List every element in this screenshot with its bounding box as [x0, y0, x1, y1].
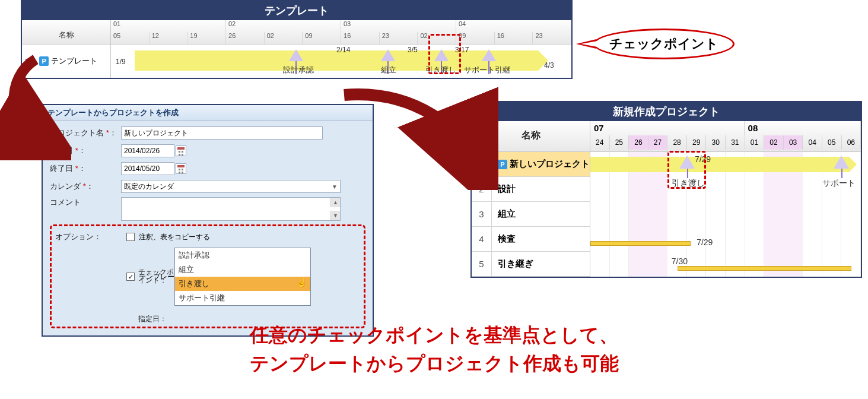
template-header: 名称 01 02 03 04 05 12 19 26 02 09 16 23 0…: [22, 20, 571, 45]
week-cell: 23: [533, 32, 571, 44]
milestone-line: [841, 169, 842, 178]
milestone-icon[interactable]: [834, 156, 849, 169]
row-number: 4: [472, 227, 492, 251]
template-gantt-chart: 1/9 2/14 設計承認 3/5 組立 3/17 引き渡し サポート引継 4/…: [111, 45, 571, 78]
dropdown-item[interactable]: 設計承認: [175, 248, 310, 262]
checkpoint-callout: チェックポイント: [593, 28, 735, 59]
gantt-bar[interactable]: [590, 157, 849, 172]
scroll-up-icon[interactable]: ▲: [330, 198, 340, 207]
start-date-label: 開始日 *：: [50, 145, 121, 156]
task-bar[interactable]: [678, 266, 851, 271]
project-name-label: プロジェクト名 *：: [50, 128, 121, 138]
scroll-down-icon[interactable]: ▼: [330, 211, 340, 220]
milestone-label: サポート: [822, 178, 856, 189]
task-date: 7/30: [672, 256, 688, 266]
checkpoint-dropdown[interactable]: 設計承認 組立 引き渡し ☝ サポート引継: [174, 248, 311, 306]
calendar-select[interactable]: 既定のカレンダ ▼: [121, 180, 341, 193]
row-number: 2: [472, 177, 492, 201]
calendar-icon[interactable]: [176, 145, 186, 156]
checkpoint-highlight-box: [667, 151, 706, 189]
row-number: 1: [24, 57, 28, 66]
checkbox-unchecked-icon[interactable]: [126, 233, 135, 241]
day-cell: 31: [726, 135, 745, 150]
week-cell: 02: [265, 32, 303, 44]
week-cell: 12: [150, 32, 188, 44]
day-cell: 28: [667, 135, 687, 150]
row-number: 3: [472, 202, 492, 226]
row-number: 5: [472, 252, 492, 276]
caption-line: テンプレートからプロジェクト作成も可能: [0, 349, 868, 378]
milestone-icon[interactable]: [381, 49, 395, 61]
template-row[interactable]: 1 ▼ P テンプレート: [22, 45, 111, 78]
project-name: 新しいプロジェクト: [510, 159, 590, 170]
task-date: 7/29: [697, 238, 713, 247]
calendar-icon[interactable]: [176, 163, 186, 174]
month-cell: 02: [226, 20, 341, 32]
end-date-input[interactable]: [121, 162, 174, 175]
project-icon: P: [498, 160, 507, 169]
start-date-label: 1/9: [116, 58, 126, 66]
end-date-label: 4/3: [544, 61, 554, 69]
project-name-input[interactable]: [121, 126, 323, 140]
task-bar[interactable]: [590, 241, 691, 246]
week-cell: 16: [495, 32, 533, 44]
template-panel-title: テンプレート: [22, 1, 571, 20]
callout-text: チェックポイント: [609, 36, 718, 51]
copy-annotations-checkbox-row[interactable]: 注釈、表をコピーする: [126, 232, 210, 242]
milestone-date: 2/14: [336, 46, 350, 54]
end-date-label: 終了日 *：: [50, 163, 121, 174]
start-date-input[interactable]: [121, 144, 174, 157]
task-name: 組立: [492, 208, 590, 220]
template-timeline-header: 01 02 03 04 05 12 19 26 02 09 16 23 02 0…: [111, 20, 571, 44]
expand-icon[interactable]: ▼: [31, 58, 37, 65]
task-name: 検査: [492, 233, 590, 245]
milestone-label: 組立: [381, 65, 396, 75]
day-cell: 26: [629, 135, 648, 150]
options-label: オプション：: [55, 232, 126, 242]
project-icon: P: [39, 56, 49, 66]
day-cell: 02: [764, 135, 784, 150]
milestone-icon[interactable]: [289, 49, 303, 61]
task-row[interactable]: 5引き継ぎ: [472, 252, 590, 277]
milestone-label: 設計承認: [283, 65, 314, 75]
day-cell: 03: [784, 135, 803, 150]
template-name-column-header: 名称: [22, 20, 111, 44]
dropdown-item[interactable]: 組立: [175, 262, 310, 277]
task-name: 引き継ぎ: [492, 258, 590, 270]
task-row[interactable]: 4検査: [472, 227, 590, 252]
checkpoint-highlight-box: [428, 34, 461, 74]
milestone-icon[interactable]: [482, 49, 496, 61]
task-row[interactable]: 3組立: [472, 202, 590, 227]
day-cell: 30: [706, 135, 726, 150]
day-cell: 27: [648, 135, 668, 150]
caption-text: 任意のチェックポイントを基準点として、 テンプレートからプロジェクト作成も可能: [0, 321, 868, 378]
project-row[interactable]: P 新しいプロジェクト: [472, 152, 590, 177]
dropdown-item-selected[interactable]: 引き渡し ☝: [175, 277, 310, 291]
day-cell: 05: [822, 135, 842, 150]
day-cell: 01: [745, 135, 765, 150]
row-label: テンプレート: [51, 56, 97, 66]
month-cell: 04: [456, 20, 571, 32]
month-cell: 01: [111, 20, 226, 32]
new-project-gantt-chart: 7/29引き渡しサポート7/297/30: [590, 152, 861, 277]
week-cell: 09: [303, 32, 341, 44]
month-cell: 08: [745, 121, 861, 135]
calendar-label: カレンダ *：: [50, 181, 121, 192]
task-row[interactable]: 2設計: [472, 177, 590, 202]
options-highlight-box: オプション： 注釈、表をコピーする ✓ テンプレー 設計承認 組立 引き渡し: [50, 224, 365, 328]
month-cell: 03: [341, 20, 456, 32]
caption-line: 任意のチェックポイントを基準点として、: [0, 321, 868, 349]
task-name: 設計: [492, 183, 590, 195]
week-cell: 05: [111, 32, 150, 44]
create-project-dialog: テンプレートからプロジェクトを作成 プロジェクト名 *： 開始日 *： 終了日 …: [42, 104, 374, 337]
comment-label: コメント: [50, 197, 121, 208]
checkbox-label: 注釈、表をコピーする: [139, 233, 210, 241]
dropdown-item[interactable]: サポート引継: [175, 291, 310, 305]
checkpoint-sub-label: チェックポイント：: [138, 268, 180, 285]
checkbox-checked-icon[interactable]: ✓: [126, 273, 135, 281]
chevron-down-icon: ▼: [332, 183, 338, 190]
comment-textarea[interactable]: ▲ ▼: [121, 197, 341, 221]
calendar-select-value: 既定のカレンダ: [124, 182, 174, 192]
new-project-panel: 新規作成プロジェクト 名称 07 08 24252627282930310102…: [470, 101, 862, 278]
row-number: [472, 152, 492, 176]
